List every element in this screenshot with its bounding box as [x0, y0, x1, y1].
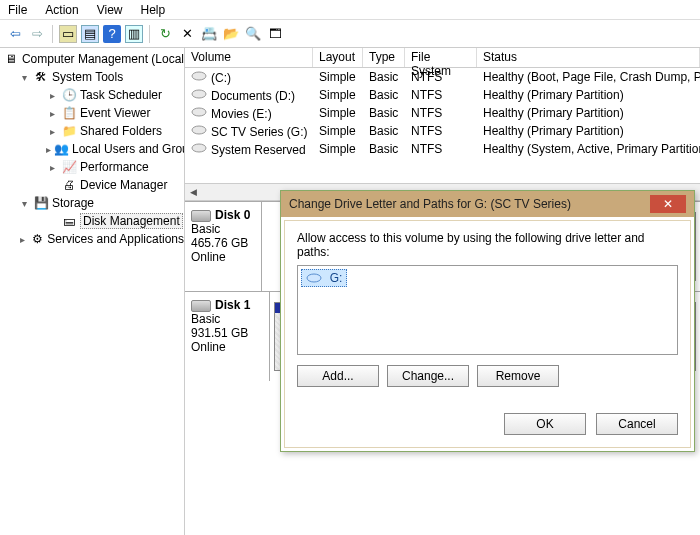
path-item-selected[interactable]: G: [301, 269, 347, 287]
view-top-icon[interactable]: ▥ [125, 25, 143, 43]
tree-local-users[interactable]: ▸ 👥 Local Users and Groups [4, 140, 184, 158]
volume-row[interactable]: Documents (D:)SimpleBasicNTFSHealthy (Pr… [185, 86, 700, 104]
properties-icon[interactable]: ▤ [81, 25, 99, 43]
toolbar-divider [52, 25, 53, 43]
drive-icon [191, 70, 207, 82]
disk-icon [191, 300, 211, 312]
drive-icon [306, 272, 322, 284]
search-icon[interactable]: 🔍 [244, 25, 262, 43]
event-icon: 📋 [61, 105, 77, 121]
col-status[interactable]: Status [477, 48, 700, 67]
performance-icon: 📈 [61, 159, 77, 175]
col-fs[interactable]: File System [405, 48, 477, 67]
nav-tree: 🖥 Computer Management (Local ▾ 🛠 System … [0, 48, 185, 535]
tree-shared-folders[interactable]: ▸ 📁 Shared Folders [4, 122, 184, 140]
folder-open-icon[interactable]: 📂 [222, 25, 240, 43]
disk-size: 465.76 GB [191, 236, 248, 250]
refresh-icon[interactable]: ↻ [156, 25, 174, 43]
tree-label: System Tools [52, 70, 123, 84]
dialog-title: Change Drive Letter and Paths for G: (SC… [289, 197, 571, 211]
delete-icon[interactable]: ✕ [178, 25, 196, 43]
tree-root-label: Computer Management (Local [22, 52, 184, 66]
chevron-right-icon[interactable]: ▸ [46, 90, 58, 101]
chevron-right-icon[interactable]: ▸ [46, 162, 58, 173]
tree-label: Local Users and Groups [72, 142, 185, 156]
svg-point-5 [307, 274, 321, 282]
tree-task-scheduler[interactable]: ▸ 🕒 Task Scheduler [4, 86, 184, 104]
dialog-body: Allow access to this volume by using the… [284, 220, 691, 448]
menu-view[interactable]: View [97, 3, 123, 17]
clock-icon: 🕒 [61, 87, 77, 103]
svg-point-4 [192, 144, 206, 152]
rescan-icon[interactable]: 📇 [200, 25, 218, 43]
back-icon[interactable]: ⇦ [6, 25, 24, 43]
chevron-down-icon[interactable]: ▾ [18, 72, 30, 83]
disk-title: Disk 1 [215, 298, 250, 312]
tree-system-tools[interactable]: ▾ 🛠 System Tools [4, 68, 184, 86]
tools-icon: 🛠 [33, 69, 49, 85]
disk-title: Disk 0 [215, 208, 250, 222]
toolbar: ⇦ ⇨ ▭ ▤ ? ▥ ↻ ✕ 📇 📂 🔍 🗔 [0, 20, 700, 48]
remove-button[interactable]: Remove [477, 365, 559, 387]
col-layout[interactable]: Layout [313, 48, 363, 67]
settings-icon[interactable]: 🗔 [266, 25, 284, 43]
chevron-down-icon[interactable]: ▾ [18, 198, 30, 209]
volume-list[interactable]: (C:)SimpleBasicNTFSHealthy (Boot, Page F… [185, 68, 700, 183]
dialog-titlebar[interactable]: Change Drive Letter and Paths for G: (SC… [281, 191, 694, 217]
chevron-right-icon[interactable]: ▸ [18, 234, 28, 245]
menu-file[interactable]: File [8, 3, 27, 17]
menubar: File Action View Help [0, 0, 700, 20]
disk-state: Online [191, 250, 226, 264]
chevron-right-icon[interactable]: ▸ [46, 126, 58, 137]
tree-services-apps[interactable]: ▸ ⚙ Services and Applications [4, 230, 184, 248]
col-type[interactable]: Type [363, 48, 405, 67]
help-icon[interactable]: ? [103, 25, 121, 43]
disk-info: Disk 1 Basic 931.51 GB Online [185, 292, 270, 381]
change-button[interactable]: Change... [387, 365, 469, 387]
tree-label: Performance [80, 160, 149, 174]
svg-point-2 [192, 108, 206, 116]
disk-type: Basic [191, 222, 220, 236]
menu-action[interactable]: Action [45, 3, 78, 17]
drive-icon [191, 142, 207, 154]
svg-point-0 [192, 72, 206, 80]
shared-folder-icon: 📁 [61, 123, 77, 139]
disk-icon [191, 210, 211, 222]
storage-icon: 💾 [33, 195, 49, 211]
tree-performance[interactable]: ▸ 📈 Performance [4, 158, 184, 176]
ok-button[interactable]: OK [504, 413, 586, 435]
volume-row[interactable]: SC TV Series (G:)SimpleBasicNTFSHealthy … [185, 122, 700, 140]
tree-device-manager[interactable]: 🖨 Device Manager [4, 176, 184, 194]
show-hide-tree-icon[interactable]: ▭ [59, 25, 77, 43]
tree-event-viewer[interactable]: ▸ 📋 Event Viewer [4, 104, 184, 122]
chevron-right-icon[interactable]: ▸ [46, 108, 58, 119]
svg-point-1 [192, 90, 206, 98]
volume-row[interactable]: Movies (E:)SimpleBasicNTFSHealthy (Prima… [185, 104, 700, 122]
cancel-button[interactable]: Cancel [596, 413, 678, 435]
tree-label-selected: Disk Management [80, 213, 183, 229]
computer-icon: 🖥 [4, 51, 19, 67]
tree-label: Task Scheduler [80, 88, 162, 102]
tree-label: Shared Folders [80, 124, 162, 138]
volume-row[interactable]: (C:)SimpleBasicNTFSHealthy (Boot, Page F… [185, 68, 700, 86]
svg-point-3 [192, 126, 206, 134]
forward-icon[interactable]: ⇨ [28, 25, 46, 43]
col-volume[interactable]: Volume [185, 48, 313, 67]
menu-help[interactable]: Help [141, 3, 166, 17]
volume-list-header: Volume Layout Type File System Status [185, 48, 700, 68]
tree-label: Device Manager [80, 178, 167, 192]
tree-disk-management[interactable]: 🖴 Disk Management [4, 212, 184, 230]
tree-storage[interactable]: ▾ 💾 Storage [4, 194, 184, 212]
paths-listbox[interactable]: G: [297, 265, 678, 355]
change-drive-letter-dialog: Change Drive Letter and Paths for G: (SC… [280, 190, 695, 452]
scroll-left-icon[interactable]: ◀ [185, 187, 201, 197]
add-button[interactable]: Add... [297, 365, 379, 387]
tree-root[interactable]: 🖥 Computer Management (Local [4, 50, 184, 68]
disk-mgmt-icon: 🖴 [61, 213, 77, 229]
users-icon: 👥 [54, 141, 69, 157]
chevron-right-icon[interactable]: ▸ [46, 144, 51, 155]
close-button[interactable]: ✕ [650, 195, 686, 213]
drive-icon [191, 88, 207, 100]
toolbar-divider-2 [149, 25, 150, 43]
volume-row[interactable]: System ReservedSimpleBasicNTFSHealthy (S… [185, 140, 700, 158]
